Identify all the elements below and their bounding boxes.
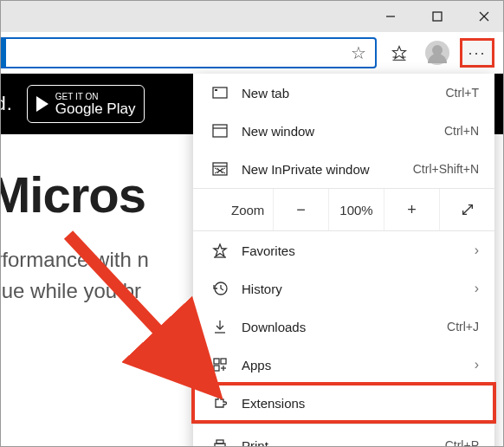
history-icon — [209, 281, 231, 296]
maximize-button[interactable] — [422, 4, 453, 29]
new-tab-icon — [209, 85, 231, 100]
gplay-top-text: GET IT ON — [55, 93, 136, 101]
play-icon — [36, 96, 48, 112]
menu-item-apps[interactable]: Apps › — [193, 346, 494, 384]
svg-rect-24 — [214, 359, 219, 364]
chevron-right-icon: › — [475, 281, 479, 296]
chevron-right-icon: › — [475, 243, 479, 258]
menu-accel: Ctrl+N — [444, 124, 479, 138]
more-icon: ··· — [468, 44, 486, 62]
address-prefix-icon — [0, 39, 6, 67]
menu-accel: Ctrl+P — [445, 438, 479, 447]
profile-avatar[interactable] — [422, 37, 453, 68]
google-play-badge[interactable]: GET IT ON Google Play — [27, 85, 145, 123]
svg-marker-19 — [214, 244, 226, 256]
menu-label: New window — [231, 124, 444, 139]
favorites-icon — [209, 243, 231, 258]
inprivate-icon — [209, 161, 231, 177]
menu-label: Apps — [231, 358, 475, 372]
gplay-bottom-text: Google Play — [55, 101, 136, 116]
zoom-label: Zoom — [193, 203, 273, 217]
extensions-icon — [209, 395, 231, 411]
svg-rect-1 — [433, 12, 442, 21]
menu-accel: Ctrl+J — [447, 320, 479, 334]
menu-label: New InPrivate window — [231, 162, 413, 177]
menu-item-inprivate[interactable]: New InPrivate window Ctrl+Shift+N — [193, 150, 494, 188]
zoom-in-button[interactable]: + — [384, 189, 439, 230]
settings-menu: New tab Ctrl+T New window Ctrl+N New InP… — [193, 74, 494, 447]
browser-toolbar: ☆ ··· — [1, 32, 503, 74]
address-input[interactable] — [6, 39, 351, 67]
svg-rect-26 — [214, 366, 219, 371]
favorites-toolbar-icon[interactable] — [384, 37, 415, 68]
menu-item-extensions[interactable]: Extensions — [193, 384, 494, 422]
downloads-icon — [209, 319, 231, 334]
new-window-icon — [209, 123, 231, 139]
svg-line-18 — [462, 205, 472, 215]
window-titlebar — [1, 1, 503, 32]
favorite-star-icon[interactable]: ☆ — [351, 42, 366, 63]
menu-item-new-window[interactable]: New window Ctrl+N — [193, 112, 494, 150]
menu-accel: Ctrl+Shift+N — [413, 162, 479, 176]
svg-rect-8 — [213, 87, 227, 98]
svg-rect-9 — [215, 89, 217, 91]
minimize-button[interactable] — [375, 4, 406, 29]
apps-icon — [209, 357, 231, 372]
settings-and-more-button[interactable]: ··· — [460, 38, 494, 68]
menu-accel: Ctrl+T — [446, 86, 480, 100]
menu-separator — [193, 424, 494, 424]
menu-label: Downloads — [231, 320, 447, 334]
menu-item-favorites[interactable]: Favorites › — [193, 231, 494, 269]
menu-item-print[interactable]: Print Ctrl+P — [193, 426, 494, 447]
close-button[interactable] — [468, 4, 500, 29]
menu-label: Extensions — [231, 396, 479, 411]
menu-item-new-tab[interactable]: New tab Ctrl+T — [193, 74, 494, 112]
menu-label: History — [231, 282, 475, 296]
menu-label: Favorites — [231, 243, 475, 258]
address-bar[interactable]: ☆ — [0, 37, 377, 68]
menu-label: New tab — [231, 86, 446, 100]
print-icon — [209, 437, 231, 447]
fullscreen-button[interactable] — [439, 189, 494, 230]
banner-text-fragment: roid. — [0, 93, 13, 115]
svg-rect-30 — [216, 440, 223, 444]
zoom-value: 100% — [328, 189, 384, 230]
zoom-out-button[interactable]: − — [273, 189, 328, 230]
menu-item-zoom: Zoom − 100% + — [193, 188, 494, 231]
svg-rect-10 — [213, 125, 227, 137]
menu-label: Print — [231, 438, 445, 448]
svg-rect-25 — [221, 359, 226, 364]
chevron-right-icon: › — [475, 357, 479, 372]
menu-item-history[interactable]: History › — [193, 269, 494, 308]
menu-item-downloads[interactable]: Downloads Ctrl+J — [193, 308, 494, 346]
